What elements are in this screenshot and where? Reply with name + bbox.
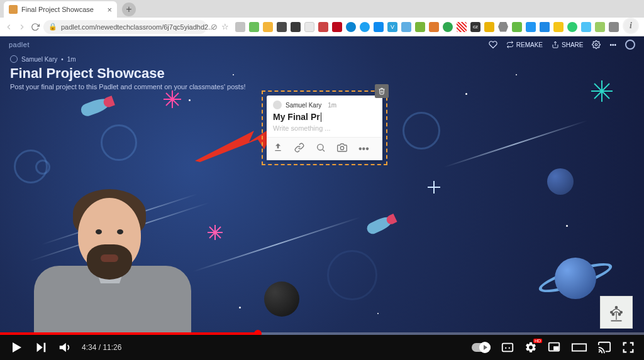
extension-icon[interactable] [540, 22, 550, 32]
post-author: Samuel Kary [286, 102, 321, 109]
board-title: Final Project Showcase [10, 65, 245, 82]
extension-icon[interactable] [374, 22, 384, 32]
share-button[interactable]: SHARE [552, 41, 583, 48]
like-button[interactable] [489, 40, 497, 49]
svg-point-22 [611, 311, 613, 313]
extension-icon[interactable] [567, 22, 577, 32]
extension-icon[interactable] [263, 22, 273, 32]
back-button[interactable] [4, 21, 13, 33]
svg-point-23 [620, 311, 622, 313]
next-button[interactable] [34, 341, 48, 354]
onetab-icon[interactable]: ⊘ [211, 22, 218, 31]
tab-title: Final Project Showcase [21, 6, 94, 13]
presenter-overlay [34, 184, 191, 335]
lock-icon: 🔒 [48, 23, 57, 31]
extension-icon[interactable] [415, 22, 425, 32]
svg-point-15 [596, 43, 598, 46]
post-title-input[interactable]: My Final Pr [267, 112, 382, 122]
extension-icon[interactable] [291, 22, 301, 32]
miniplayer-button[interactable] [547, 341, 561, 354]
extension-icon[interactable] [443, 22, 453, 32]
svg-marker-28 [60, 343, 66, 352]
captions-button[interactable] [501, 341, 514, 354]
extension-icon[interactable] [346, 22, 356, 32]
svg-point-20 [612, 314, 614, 315]
extension-icon[interactable] [498, 22, 508, 32]
extension-icon[interactable] [429, 22, 439, 32]
extension-icon[interactable] [457, 22, 467, 32]
svg-rect-32 [572, 344, 586, 351]
board-subtitle: Post your final project to this Padlet a… [10, 83, 245, 90]
extension-icon[interactable] [277, 22, 287, 32]
cast-button[interactable] [597, 341, 611, 354]
extension-icon[interactable] [235, 22, 245, 32]
browser-toolbar: 🔒 padlet.com/newedtechclassroom/6j7qc5yi… [0, 18, 644, 36]
extension-icon[interactable] [609, 22, 619, 32]
padlet-header: Samuel Kary • 1m Final Project Showcase … [10, 55, 245, 90]
author-name: Samuel Kary [21, 56, 57, 63]
post-card: Samuel Kary 1m My Final Pr Write somethi… [267, 95, 382, 160]
svg-marker-26 [37, 343, 43, 352]
extension-icon[interactable] [512, 22, 522, 32]
svg-line-18 [323, 150, 325, 151]
extension-icon[interactable] [332, 22, 342, 32]
svg-rect-29 [502, 344, 513, 352]
play-button[interactable] [9, 340, 24, 355]
reload-button[interactable] [30, 21, 40, 33]
svg-point-24 [615, 307, 617, 308]
fullscreen-button[interactable] [621, 341, 635, 354]
browser-tab[interactable]: Final Project Showcase × [4, 1, 117, 18]
tab-close-button[interactable]: × [107, 5, 112, 14]
extension-icon[interactable] [595, 22, 605, 32]
link-icon[interactable] [294, 143, 304, 155]
hd-badge: HD [533, 339, 542, 343]
info-badge-icon[interactable]: i [624, 19, 638, 33]
padlet-topbar: padlet REMAKE SHARE ••• [0, 36, 644, 53]
remake-button[interactable]: REMAKE [506, 41, 543, 48]
video-time: 4:34 / 11:26 [82, 343, 121, 352]
address-bar[interactable]: 🔒 padlet.com/newedtechclassroom/6j7qc5yi… [43, 20, 207, 34]
extension-icon[interactable]: V [387, 22, 397, 32]
svg-marker-25 [13, 342, 21, 352]
settings-gear-icon[interactable] [592, 40, 601, 49]
post-age: 1m [328, 102, 336, 109]
autoplay-toggle[interactable] [472, 343, 491, 352]
channel-logo[interactable] [600, 296, 633, 329]
settings-button[interactable]: HD [525, 341, 537, 354]
url-text: padlet.com/newedtechclassroom/6j7qc5yiad… [61, 23, 214, 31]
upload-icon[interactable] [273, 143, 283, 155]
extension-icon[interactable] [304, 22, 314, 32]
extension-icon[interactable] [484, 22, 494, 32]
forward-button[interactable] [17, 21, 26, 33]
svg-rect-31 [554, 347, 558, 350]
new-tab-button[interactable]: + [122, 3, 136, 16]
video-frame: padlet REMAKE SHARE ••• Samuel Kary • 1m… [0, 36, 644, 360]
camera-icon[interactable] [337, 143, 347, 155]
extension-icon[interactable] [318, 22, 328, 32]
volume-button[interactable] [58, 341, 72, 354]
svg-point-21 [618, 314, 620, 315]
search-icon[interactable] [316, 143, 326, 155]
extension-icon[interactable] [360, 22, 370, 32]
theater-button[interactable] [571, 341, 587, 354]
padlet-brand[interactable]: padlet [9, 41, 30, 48]
svg-rect-27 [44, 343, 46, 352]
svg-point-19 [340, 146, 343, 150]
user-avatar-icon[interactable] [625, 40, 635, 50]
post-body-input[interactable]: Write something ... [267, 122, 382, 137]
extension-icon[interactable]: cz [470, 22, 480, 32]
post-author-avatar [273, 101, 282, 109]
delete-post-button[interactable] [375, 84, 389, 98]
extension-icon[interactable] [249, 22, 259, 32]
extension-icon[interactable] [553, 22, 564, 32]
star-icon[interactable]: ☆ [221, 22, 229, 31]
more-menu-button[interactable]: ••• [609, 41, 616, 48]
extension-icon[interactable] [401, 22, 411, 32]
extension-icon[interactable] [526, 22, 536, 32]
extension-icon[interactable] [581, 22, 591, 32]
new-post-selection[interactable]: Samuel Kary 1m My Final Pr Write somethi… [262, 90, 387, 165]
favicon [9, 5, 18, 14]
board-age: 1m [67, 56, 76, 63]
more-tools-button[interactable]: ••• [358, 143, 369, 155]
video-controls: 4:34 / 11:26 HD [0, 335, 644, 360]
